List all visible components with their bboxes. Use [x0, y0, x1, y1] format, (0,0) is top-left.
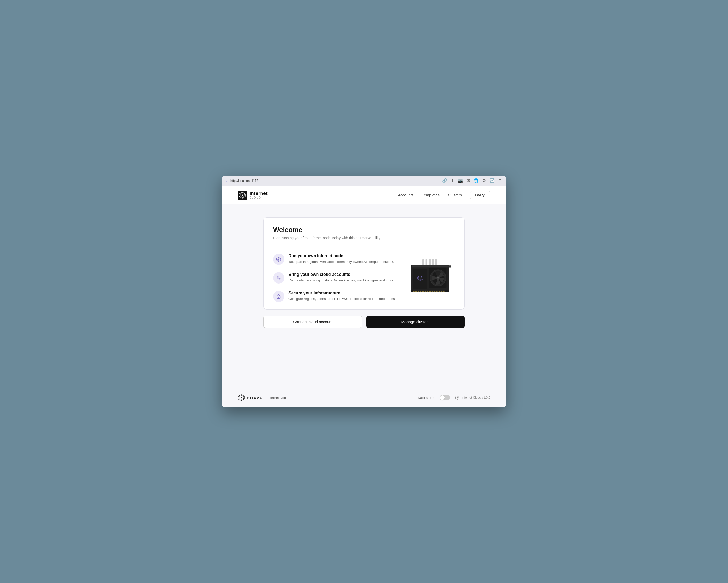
feature-cloud-text: Bring your own cloud accounts Run contai…: [288, 272, 394, 283]
manage-clusters-button[interactable]: Manage clusters: [366, 316, 465, 328]
settings-icon[interactable]: ⚙: [482, 178, 486, 183]
version-logo-icon: [455, 395, 460, 400]
user-menu-button[interactable]: Darryl: [470, 191, 490, 199]
svg-point-25: [438, 277, 439, 278]
feature-node: Run your own Infernet node Take part in …: [273, 254, 398, 265]
dark-mode-label: Dark Mode: [418, 396, 434, 400]
svg-rect-41: [434, 291, 435, 292]
lock-icon: [276, 294, 282, 299]
svg-rect-32: [413, 291, 414, 292]
infernet-logo-icon: [238, 191, 247, 200]
svg-rect-42: [436, 291, 438, 292]
feature-cloud-desc: Run containers using custom Docker image…: [288, 278, 394, 283]
footer-right: Dark Mode Infernet Cloud v1.0.0: [418, 395, 490, 400]
ritual-logo: RITUAL: [238, 394, 262, 401]
link-icon[interactable]: 🔗: [442, 178, 447, 183]
svg-rect-35: [420, 291, 421, 292]
nav-clusters[interactable]: Clusters: [448, 193, 462, 197]
feature-secure-icon-wrap: [273, 291, 284, 302]
info-icon: i: [226, 179, 227, 183]
svg-rect-26: [413, 269, 427, 289]
svg-rect-16: [425, 259, 427, 265]
diamond-node-icon: [276, 256, 282, 262]
svg-rect-15: [422, 259, 424, 265]
footer: RITUAL Infernet Docs Dark Mode Infernet …: [222, 388, 506, 407]
feature-secure: Secure your infrastructure Configure reg…: [273, 291, 398, 302]
ritual-name: RITUAL: [247, 396, 262, 400]
gpu-illustration: [404, 254, 455, 302]
svg-rect-18: [432, 259, 434, 265]
svg-point-14: [279, 297, 279, 298]
version-info: Infernet Cloud v1.0.0: [455, 395, 490, 400]
svg-rect-45: [443, 291, 444, 292]
logo-text: Infernet CLOUD: [250, 191, 267, 199]
url-bar[interactable]: http://localhost:4173: [231, 179, 439, 183]
svg-point-11: [277, 276, 279, 277]
gpu-image: [406, 257, 452, 299]
welcome-card: Welcome Start running your first Inferne…: [263, 217, 465, 309]
svg-rect-36: [422, 291, 423, 292]
browser-toolbar: 🔗 ⬇ 📷 ✉ 🌐 ⚙ 🔄 ⊞: [442, 178, 502, 183]
feature-node-icon-wrap: [273, 254, 284, 265]
svg-rect-33: [415, 291, 417, 292]
connect-cloud-button[interactable]: Connect cloud account: [263, 316, 362, 328]
svg-rect-29: [412, 267, 451, 268]
footer-left: RITUAL Infernet Docs: [238, 394, 287, 401]
welcome-header: Welcome Start running your first Inferne…: [264, 218, 464, 246]
camera-icon[interactable]: 📷: [458, 178, 463, 183]
docs-link[interactable]: Infernet Docs: [267, 396, 287, 400]
download-icon[interactable]: ⬇: [451, 178, 454, 183]
svg-rect-34: [418, 291, 419, 292]
feature-node-text: Run your own Infernet node Take part in …: [288, 254, 394, 265]
feature-cloud: Bring your own cloud accounts Run contai…: [273, 272, 398, 283]
logo-sub: CLOUD: [250, 196, 267, 199]
welcome-subtitle: Start running your first Infernet node t…: [273, 236, 455, 240]
svg-rect-37: [424, 291, 426, 292]
feature-secure-desc: Configure regions, zones, and HTTP/SSH a…: [288, 297, 396, 302]
nav-templates[interactable]: Templates: [422, 193, 440, 197]
feature-cloud-title: Bring your own cloud accounts: [288, 272, 394, 277]
feature-node-desc: Take part in a global, verifiable, commu…: [288, 259, 394, 265]
globe-icon[interactable]: 🌐: [473, 178, 479, 183]
svg-point-53: [457, 397, 457, 398]
logo-name: Infernet: [250, 191, 267, 196]
features-section: Run your own Infernet node Take part in …: [264, 246, 464, 309]
ritual-logo-icon: [238, 394, 245, 401]
logo[interactable]: Infernet CLOUD: [238, 191, 267, 200]
version-text: Infernet Cloud v1.0.0: [462, 396, 490, 399]
svg-point-46: [241, 397, 242, 398]
app-window: i http://localhost:4173 🔗 ⬇ 📷 ✉ 🌐 ⚙ 🔄 ⊞: [222, 176, 506, 407]
svg-rect-40: [432, 291, 433, 292]
browser-chrome: i http://localhost:4173 🔗 ⬇ 📷 ✉ 🌐 ⚙ 🔄 ⊞: [222, 176, 506, 186]
nav-accounts[interactable]: Accounts: [398, 193, 414, 197]
welcome-title: Welcome: [273, 226, 455, 234]
feature-secure-text: Secure your infrastructure Configure reg…: [288, 291, 396, 302]
svg-point-27: [420, 278, 421, 279]
sliders-icon: [276, 275, 282, 281]
extension-icon[interactable]: 🔄: [490, 178, 495, 183]
svg-point-1: [242, 194, 243, 196]
mail-icon[interactable]: ✉: [467, 178, 470, 183]
svg-point-12: [279, 278, 280, 279]
toggle-knob: [440, 395, 445, 400]
svg-point-8: [279, 259, 279, 260]
features-list: Run your own Infernet node Take part in …: [273, 254, 398, 302]
svg-rect-17: [429, 259, 431, 265]
page-content: Infernet CLOUD Accounts Templates Cluste…: [222, 186, 506, 407]
main-content: Welcome Start running your first Inferne…: [222, 204, 506, 388]
svg-rect-44: [441, 291, 442, 292]
svg-rect-19: [435, 259, 437, 265]
action-buttons: Connect cloud account Manage clusters: [263, 316, 465, 328]
feature-cloud-icon-wrap: [273, 272, 284, 283]
svg-rect-39: [429, 291, 431, 292]
svg-rect-38: [427, 291, 428, 292]
feature-node-title: Run your own Infernet node: [288, 254, 394, 258]
feature-secure-title: Secure your infrastructure: [288, 291, 396, 295]
dark-mode-toggle[interactable]: [440, 395, 450, 400]
grid-icon[interactable]: ⊞: [498, 178, 502, 183]
svg-rect-28: [412, 266, 451, 267]
nav-links: Accounts Templates Clusters Darryl: [398, 191, 490, 199]
svg-rect-43: [439, 291, 440, 292]
navigation: Infernet CLOUD Accounts Templates Cluste…: [222, 186, 506, 204]
